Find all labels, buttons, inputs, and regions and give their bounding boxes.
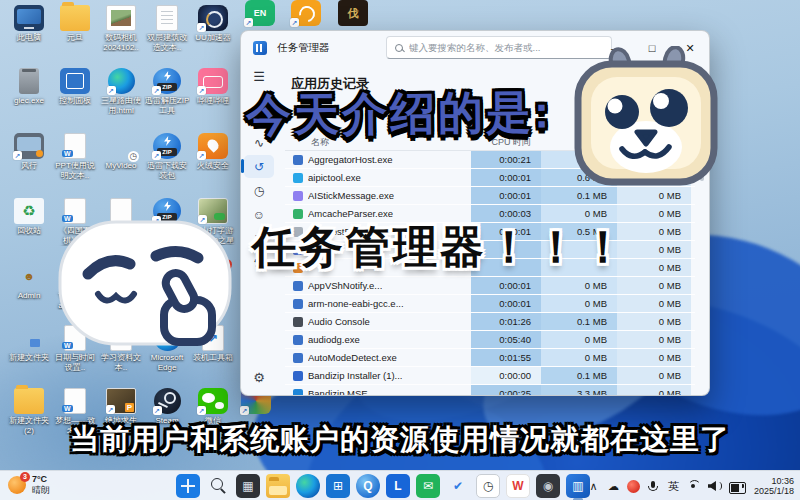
tray-reddot-icon[interactable] — [627, 480, 640, 493]
desktop-icon-game-dark-app[interactable]: 伐 — [330, 0, 376, 28]
desktop-icon-admin-folder[interactable]: ☻Admin — [6, 263, 52, 301]
process-icon — [293, 209, 303, 219]
process-name: AppVShNotify.e... — [308, 280, 382, 291]
menu-icon[interactable]: ☰ — [253, 69, 265, 84]
taskbar-checker-app-icon[interactable]: ✔ — [446, 474, 470, 498]
desktop-icon-recycle-bin[interactable]: ♻回收站 — [6, 198, 52, 236]
caption-top: 今天介绍的是: — [246, 82, 553, 145]
desktop-icon-label: UU加速器 — [190, 33, 236, 43]
orange-icon: ↗ — [291, 0, 321, 26]
process-icon — [293, 155, 303, 165]
jar-icon — [19, 68, 39, 94]
cpu-time-cell: 0:00:01 — [471, 187, 541, 204]
desktop-icon-label: Admin — [6, 291, 52, 301]
desktop-icon-doc-file-1[interactable]: 双层建筑改造文本.. — [144, 5, 190, 52]
desktop-icon-bilibili[interactable]: ↗哔哩哔哩 — [190, 68, 236, 106]
network-cell: 0.1 MB — [541, 367, 617, 384]
shortcut-arrow-icon: ↗ — [107, 86, 116, 95]
table-row[interactable]: audiodg.exe0:05:400 MB0 MB — [285, 331, 695, 349]
desktop-icon-word-doc-1[interactable]: WPPT使用说明文本.. — [52, 133, 98, 180]
desktop-icon-new-folder[interactable]: 新建文件夹 — [6, 325, 52, 363]
sidebar-item-startup-apps[interactable]: ◷ — [244, 179, 274, 202]
tray-battery-icon[interactable] — [729, 478, 745, 494]
desktop-icon-this-pc[interactable]: 此电脑 — [6, 5, 52, 43]
table-row[interactable]: Audio Console0:01:260.1 MB0 MB — [285, 313, 695, 331]
cpu-time-cell: 0:00:00 — [471, 367, 541, 384]
network-cell: 0 MB — [541, 349, 617, 366]
process-name: Bandizip MSE — [308, 388, 368, 396]
tray-mic-icon[interactable] — [647, 478, 660, 494]
desktop-icon-label: 控制面板 — [52, 96, 98, 106]
desktop-icon-label: 风行 — [6, 161, 52, 171]
shortcut-arrow-icon: ↗ — [197, 151, 206, 160]
table-row[interactable]: arm-none-eabi-gcc.e...0:00:010 MB0 MB — [285, 295, 695, 313]
taskbar-explorer-icon[interactable] — [266, 474, 290, 498]
tray-volume-icon[interactable] — [708, 478, 722, 494]
search-icon — [395, 44, 403, 52]
desktop-icon-folder-yuandan[interactable]: 元旦 — [52, 5, 98, 43]
desktop-icon-label: 元旦 — [52, 33, 98, 43]
network-cell: 0 MB — [541, 277, 617, 294]
taskbar-clock[interactable]: 10:36 2025/1/18 — [754, 476, 794, 497]
table-row[interactable]: AutoModeDetect.exe0:01:550 MB0 MB — [285, 349, 695, 367]
taskbar-clock-app-icon[interactable]: ◷ — [476, 474, 500, 498]
tray-cloud-icon[interactable]: ☁ — [607, 478, 620, 494]
caption-middle: 任务管理器！！！ — [252, 218, 628, 277]
desktop-icon-zip-tool-2[interactable]: ZIP↗迅雷下载安装包 — [144, 133, 190, 180]
bili-icon: ↗ — [198, 68, 228, 94]
process-icon — [293, 335, 303, 345]
desktop-icon-tool-app[interactable]: ↗风行 — [6, 133, 52, 171]
taskbar-green-app-icon[interactable]: ✉ — [416, 474, 440, 498]
desktop-icon-label: 火绒安全 — [190, 161, 236, 171]
process-name: AIStickMessage.exe — [308, 190, 394, 201]
mascot-thumbs-up-sticker — [54, 214, 238, 368]
notifications-cell: 0 MB — [617, 205, 691, 222]
desktop-icon-control-panel[interactable]: 控制面板 — [52, 68, 98, 106]
desktop-icon-photo-file[interactable]: 数码相机2024102.. — [98, 5, 144, 52]
cpu-time-cell: 0:00:01 — [471, 277, 541, 294]
zip-icon: ZIP↗ — [153, 133, 181, 159]
desktop-icon-uu-booster[interactable]: ↗UU加速器 — [190, 5, 236, 43]
notifications-cell: 0 MB — [617, 241, 691, 258]
taskbar-search-icon[interactable] — [206, 474, 230, 498]
cpu-time-cell: 0:00:25 — [471, 385, 541, 396]
desktop-icon-en-app[interactable]: EN↗ — [237, 0, 283, 28]
taskbar-store-icon[interactable]: ⊞ — [326, 474, 350, 498]
weather-widget[interactable]: 3 7°C 晴朗 — [8, 474, 50, 496]
process-icon — [293, 371, 303, 381]
taskbar-cam-app-icon[interactable]: ◉ — [536, 474, 560, 498]
process-name: AggregatorHost.exe — [308, 154, 393, 165]
shortcut-arrow-icon: ↗ — [152, 86, 161, 95]
panel-icon — [60, 68, 90, 94]
desktop-icon-new-folder-2[interactable]: 新建文件夹(2) — [6, 388, 52, 435]
taskbar-quark-icon[interactable]: Q — [356, 474, 380, 498]
shortcut-arrow-icon: ↗ — [153, 406, 162, 415]
tray-wifi-icon[interactable] — [687, 478, 701, 494]
notifications-cell: 0 MB — [617, 223, 691, 240]
weather-badge: 3 — [20, 472, 30, 482]
tray-chevron-icon[interactable]: ∧ — [587, 478, 600, 494]
desktop-icon-huorong[interactable]: ↗火绒安全 — [190, 133, 236, 171]
taskbar-start-icon[interactable] — [176, 474, 200, 498]
table-row[interactable]: Bandizip Installer (1)...0:00:000.1 MB0 … — [285, 367, 695, 385]
desktop-icon-zip-tool-1[interactable]: ZIP↗迅雷解压ZIP工具 — [144, 68, 190, 115]
sidebar-item-app-history[interactable]: ↺ — [244, 155, 274, 178]
process-icon — [293, 299, 303, 309]
steam-icon: ↗ — [154, 388, 181, 414]
taskbar-docs-app-icon[interactable]: L — [386, 474, 410, 498]
desktop-icon-orange-app[interactable]: ↗ — [283, 0, 329, 28]
table-row[interactable]: AppVShNotify.e...0:00:010 MB0 MB — [285, 277, 695, 295]
desktop-icon-label: 新建文件夹 — [6, 353, 52, 363]
tray-ime-icon[interactable]: 英 — [667, 478, 680, 494]
desktop-icon-giec-exe[interactable]: giec.exe — [6, 68, 52, 106]
taskbar-wps-icon[interactable]: W — [506, 474, 530, 498]
desktop-icon-label: 三星路由使用.html — [98, 96, 144, 115]
desktop-icon-myvideo-folder[interactable]: ◷MyVideo — [98, 133, 144, 171]
window-title: 任务管理器 — [277, 41, 330, 55]
taskbar-task-app-icon[interactable]: ▦ — [236, 474, 260, 498]
notifications-cell: 0 MB — [617, 331, 691, 348]
taskbar-edge-icon[interactable] — [296, 474, 320, 498]
settings-gear-icon[interactable]: ⚙ — [253, 370, 265, 385]
desktop-icon-router-html[interactable]: ↗三星路由使用.html — [98, 68, 144, 115]
table-row[interactable]: Bandizip MSE0:00:253.3 MB0 MB — [285, 385, 695, 396]
